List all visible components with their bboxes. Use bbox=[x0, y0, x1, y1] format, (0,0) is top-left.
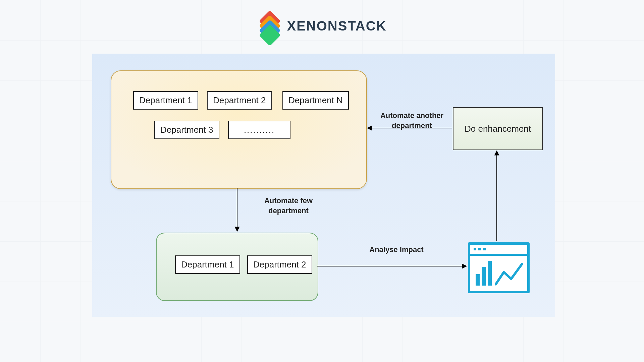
dept-box: Department 3 bbox=[154, 121, 219, 139]
dept-box: Department 1 bbox=[133, 91, 198, 110]
dept-box-ellipsis: .......... bbox=[228, 121, 290, 139]
edge-label-automate-another: Automate another department bbox=[373, 111, 450, 130]
dept-box: Department 2 bbox=[207, 91, 272, 110]
departments-pool: Department 1 Department 2 Department N D… bbox=[111, 70, 367, 189]
edge-label-analyse-impact: Analyse Impact bbox=[365, 245, 428, 255]
enhancement-box: Do enhancement bbox=[453, 107, 543, 150]
edge-label-automate-few: Automate few department bbox=[250, 196, 327, 216]
brand-name: XENONSTACK bbox=[287, 18, 386, 34]
analytics-icon bbox=[468, 242, 530, 293]
automated-pool: Department 1 Department 2 bbox=[156, 233, 318, 301]
dept-box: Department 1 bbox=[175, 255, 240, 274]
dept-box: Department 2 bbox=[247, 255, 312, 274]
dept-box: Department N bbox=[282, 91, 349, 110]
diagram-canvas: Department 1 Department 2 Department N D… bbox=[92, 54, 555, 317]
brand-logo: XENONSTACK bbox=[257, 13, 386, 38]
brand-mark-icon bbox=[257, 13, 282, 38]
